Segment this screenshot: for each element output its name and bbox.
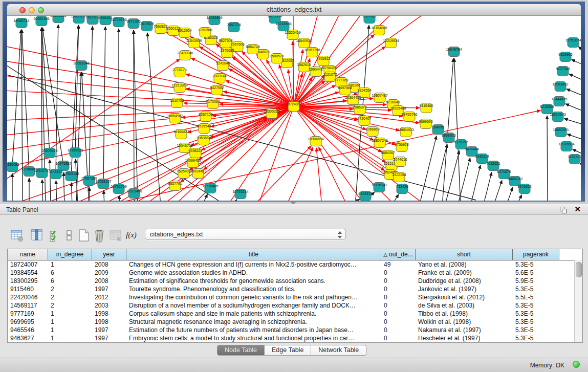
graph-node[interactable]: 12923466 (126, 189, 142, 199)
graph-node[interactable]: 1527602 (85, 16, 99, 25)
cell-out-de-[interactable]: 0 (381, 285, 416, 293)
cell-title[interactable]: Corpus callosum shape and size in male p… (126, 310, 381, 318)
cell-year[interactable]: 1997 (92, 326, 126, 334)
graph-node[interactable]: 17016504 (558, 142, 574, 151)
network-graph-canvas[interactable]: 1872400713325419186409101696175879558121… (7, 16, 581, 201)
cell-short[interactable]: Wolkin et al. (1998) (416, 318, 513, 326)
graph-node[interactable]: 12093832 (552, 82, 568, 92)
show-columns-icon[interactable] (30, 228, 44, 243)
cell-in-degree[interactable]: 2 (48, 293, 92, 301)
graph-node[interactable]: 9671385 (126, 19, 140, 29)
table-row[interactable]: 969969511998Structural magnetic resonanc… (8, 318, 582, 326)
table-row[interactable]: 911546021997Tourette syndrome. Phenomeno… (8, 285, 582, 293)
network-window-titlebar[interactable]: citations_edges.txt (7, 4, 581, 16)
graph-node[interactable]: 2718170 (172, 68, 186, 77)
graph-node[interactable]: 733426 (396, 184, 408, 194)
graph-node[interactable]: 2074616 (393, 157, 407, 167)
graph-node[interactable]: 16033809 (206, 16, 222, 25)
graph-node[interactable]: 16961758 (304, 48, 320, 57)
cell-year[interactable]: 2009 (92, 269, 126, 277)
cell-short[interactable]: Dudbridge et al. (2008) (416, 277, 513, 285)
cell-year[interactable]: 1997 (92, 334, 126, 342)
column-header-pagerank[interactable]: pagerank (513, 249, 559, 260)
cell-in-degree[interactable]: 1 (48, 326, 92, 334)
graph-node[interactable]: 12219934 (383, 38, 399, 48)
graph-node[interactable]: 9329966 (558, 52, 572, 62)
graph-node[interactable]: 3535544 (197, 124, 211, 134)
cell-name[interactable]: 9463627 (8, 334, 48, 342)
cell-pagerank[interactable]: 5.3E-5 (513, 326, 559, 334)
graph-node[interactable]: 9353554 (197, 136, 210, 145)
graph-node[interactable]: 16782759 (111, 184, 126, 194)
graph-node[interactable]: 16648784 (446, 47, 462, 57)
cell-name[interactable]: 9777169 (8, 310, 48, 318)
table-row[interactable]: 1872400712008Changes of HCN gene express… (8, 260, 582, 269)
graph-node[interactable]: 19384554 (308, 137, 323, 146)
cell-short[interactable]: Tibbo et al. (1998) (416, 310, 513, 318)
table-selector-dropdown[interactable]: citations_edges.txt (145, 229, 346, 240)
delete-table-icon[interactable] (92, 228, 106, 243)
cell-title[interactable]: Disruption of a novel member of a sodium… (126, 301, 381, 310)
graph-node[interactable]: 9498224 (188, 148, 202, 158)
cell-year[interactable]: 1997 (92, 285, 126, 293)
cell-name[interactable]: 14569117 (8, 301, 48, 310)
cell-out-de-[interactable]: 0 (381, 326, 416, 334)
graph-node[interactable]: 10653287 (71, 16, 86, 24)
graph-node[interactable]: 11543939 (186, 38, 202, 48)
graph-node[interactable]: 6497568 (338, 85, 352, 95)
graph-node[interactable]: 16753214 (232, 189, 248, 199)
float-panel-icon[interactable] (560, 207, 567, 213)
graph-node[interactable]: 20891306 (50, 16, 66, 23)
cell-year[interactable]: 1998 (92, 310, 126, 318)
graph-node[interactable]: 18300295 (264, 109, 279, 119)
graph-node[interactable]: 12213369 (171, 83, 187, 93)
function-builder-icon[interactable]: f(x) (126, 228, 140, 243)
cell-out-de-[interactable]: 0 (381, 318, 416, 326)
graph-node[interactable]: 14055714 (13, 18, 29, 28)
graph-node[interactable]: 7857224 (227, 23, 241, 32)
graph-node[interactable]: 9245652 (517, 184, 531, 194)
close-panel-icon[interactable]: ✕ (574, 205, 581, 214)
graph-node[interactable]: 18724007 (286, 102, 301, 112)
graph-node[interactable]: 1422254 (392, 172, 406, 182)
graph-node[interactable]: 8912954 (178, 28, 191, 38)
cell-pagerank[interactable]: 5.3E-5 (513, 310, 559, 318)
graph-node[interactable]: 9115460 (420, 103, 433, 113)
graph-node[interactable]: 9699695 (419, 119, 432, 129)
graph-node[interactable]: 9227343 (556, 67, 570, 76)
graph-node[interactable]: 16210643 (550, 112, 565, 122)
cell-name[interactable]: 9115460 (8, 285, 48, 293)
cell-title[interactable]: Embryonic stem cells: a model to study s… (126, 334, 381, 342)
graph-node[interactable]: 1990448 (309, 67, 322, 77)
cell-short[interactable]: de Silva et al. (2003) (416, 301, 513, 310)
cell-name[interactable]: 9465546 (8, 326, 48, 334)
graph-node[interactable]: 164095 (432, 125, 444, 135)
cell-title[interactable]: Genome-wide association studies in ADHD. (126, 269, 381, 277)
graph-node[interactable]: 10807487 (372, 93, 387, 103)
cell-title[interactable]: Investigating the contribution of common… (126, 293, 381, 301)
graph-node[interactable]: 9857791 (168, 181, 182, 191)
graph-node[interactable]: 13218506 (275, 21, 291, 31)
cell-pagerank[interactable]: 5.3E-5 (513, 285, 559, 293)
graph-node[interactable]: 1385081 (7, 162, 19, 172)
graph-node[interactable]: 22420046 (177, 51, 193, 60)
graph-node[interactable]: 18807249 (372, 138, 387, 148)
cell-short[interactable]: Hescheler et al. (1997) (416, 334, 513, 342)
graph-node[interactable]: 19654923 (398, 127, 413, 137)
column-header-name[interactable]: name (8, 249, 48, 260)
cell-out-de-[interactable]: 0 (381, 269, 416, 277)
cell-out-de-[interactable]: 49 (381, 260, 416, 269)
graph-node[interactable]: 16914461 (190, 169, 206, 179)
cell-short[interactable]: Yano et al. (2008) (416, 260, 513, 269)
cell-out-de-[interactable]: 0 (381, 301, 416, 310)
graph-node[interactable]: 20053346 (73, 61, 89, 71)
cell-in-degree[interactable]: 6 (48, 269, 92, 277)
cell-pagerank[interactable]: 5.9E-5 (513, 277, 559, 285)
cell-name[interactable]: 18724007 (8, 260, 48, 269)
graph-node[interactable]: 7632621 (486, 161, 500, 171)
graph-node[interactable]: 4720407 (357, 116, 371, 126)
table-row[interactable]: 946554611997Estimation of the future num… (8, 326, 582, 334)
cell-title[interactable]: Structural magnetic resonance image aver… (126, 318, 381, 326)
table-body[interactable]: 1872400712008Changes of HCN gene express… (8, 260, 582, 342)
table-row[interactable]: 2242004622012Investigating the contribut… (8, 293, 582, 301)
